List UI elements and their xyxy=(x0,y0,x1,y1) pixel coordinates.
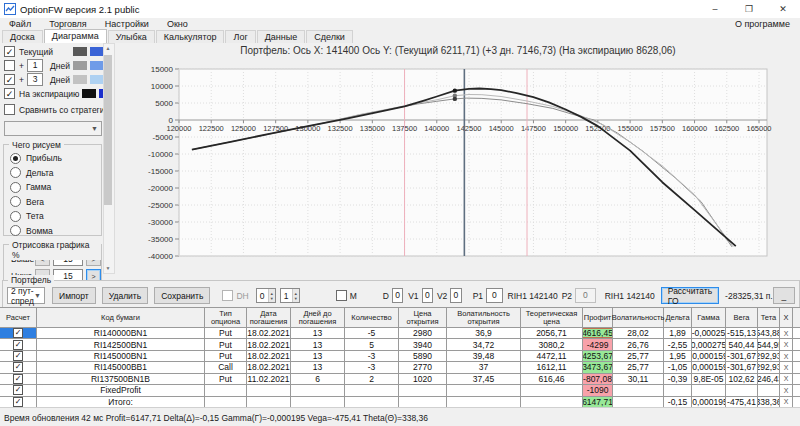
row-delete-button[interactable]: X xyxy=(784,364,789,371)
cell-2[interactable]: 18.02.2021 xyxy=(247,351,291,361)
days-input[interactable]: 1 xyxy=(27,59,43,72)
cell-6[interactable]: 36,9 xyxy=(447,328,521,338)
row-delete-cell[interactable]: X xyxy=(780,385,793,395)
column-header-15[interactable]: X xyxy=(780,308,793,327)
cell-4[interactable]: -5 xyxy=(345,328,399,338)
radio-icon[interactable] xyxy=(10,211,21,222)
column-header-10[interactable]: Волатильность xyxy=(613,308,664,327)
cell-12[interactable]: -515,13 xyxy=(726,328,758,338)
color-swatch[interactable] xyxy=(90,47,104,56)
dh-checkbox[interactable] xyxy=(222,290,233,301)
cell-5[interactable]: 1020 xyxy=(399,374,447,384)
column-header-14[interactable]: Тета xyxy=(758,308,780,327)
row-checkbox[interactable]: ✓ xyxy=(13,328,23,338)
cell-0[interactable]: RI142500BN1 xyxy=(37,339,205,349)
row-calc-cell[interactable]: ✓ xyxy=(0,328,37,338)
cell-12[interactable] xyxy=(726,385,758,395)
table-row[interactable]: ✓RI145000BN1Put18.02.202113-3589039,4844… xyxy=(0,351,800,362)
menu-item-1[interactable]: Торговля xyxy=(40,19,96,29)
cell-11[interactable]: 9,8E-05 xyxy=(692,374,726,384)
strategy-combo[interactable]: ▼ xyxy=(4,121,102,136)
menu-item-3[interactable]: Окно xyxy=(158,19,197,29)
color-swatch[interactable] xyxy=(73,47,87,56)
series-checkbox[interactable]: ✓ xyxy=(4,74,15,85)
column-header-2[interactable]: Тип опциона xyxy=(205,308,247,327)
cell-2[interactable]: 18.02.2021 xyxy=(247,328,291,338)
cell-1[interactable]: Put xyxy=(205,374,247,384)
row-calc-cell[interactable]: ✓ xyxy=(0,397,37,407)
table-row[interactable]: ✓RI140000BN1Put18.02.202113-5298036,9205… xyxy=(0,328,800,339)
table-row[interactable]: ✓RI145000BB1Call18.02.202113-32770371612… xyxy=(0,362,800,373)
cell-9[interactable]: 25,77 xyxy=(613,351,664,361)
v2-input[interactable]: 0 xyxy=(450,288,461,303)
cell-9[interactable]: 30,11 xyxy=(613,374,664,384)
v1-input[interactable]: 0 xyxy=(422,288,433,303)
row-checkbox[interactable]: ✓ xyxy=(13,397,23,407)
cell-8[interactable]: 4616,45 xyxy=(583,328,613,338)
series-checkbox[interactable]: ✓ xyxy=(4,46,15,57)
cell-6[interactable] xyxy=(447,397,521,407)
row-delete-cell[interactable]: X xyxy=(780,374,793,384)
cell-10[interactable]: -0,39 xyxy=(664,374,692,384)
cell-4[interactable]: 5 xyxy=(345,339,399,349)
cell-9[interactable]: 28,02 xyxy=(613,328,664,338)
cell-3[interactable]: 6 xyxy=(291,374,345,384)
maximize-button[interactable]: ❐ xyxy=(732,0,766,18)
cell-0[interactable]: RI145000BB1 xyxy=(37,362,205,372)
delete-button[interactable]: Удалить xyxy=(102,287,148,304)
table-row[interactable]: ✓RI142500BN1Put18.02.2021135394034,72308… xyxy=(0,339,800,350)
cell-2[interactable]: 18.02.2021 xyxy=(247,362,291,372)
cell-3[interactable]: 13 xyxy=(291,362,345,372)
column-header-7[interactable]: Волатильность открытия xyxy=(447,308,521,327)
compare-checkbox[interactable] xyxy=(4,104,15,115)
tab-2[interactable]: Улыбка xyxy=(108,30,155,43)
tab-1[interactable]: Диаграмма xyxy=(44,29,107,43)
cell-11[interactable]: -0,000195 xyxy=(692,397,726,407)
cell-1[interactable]: Put xyxy=(205,339,247,349)
cell-6[interactable]: 37 xyxy=(447,362,521,372)
tab-4[interactable]: Лог xyxy=(225,30,255,43)
row-delete-button[interactable]: X xyxy=(784,341,789,348)
cell-12[interactable]: 540,44 xyxy=(726,339,758,349)
cell-4[interactable]: -3 xyxy=(345,362,399,372)
cell-2[interactable] xyxy=(247,385,291,395)
cell-10[interactable]: -0,15 xyxy=(664,397,692,407)
column-header-5[interactable]: Количество xyxy=(345,308,399,327)
row-checkbox[interactable]: ✓ xyxy=(13,351,23,361)
row-checkbox[interactable]: ✓ xyxy=(13,385,23,395)
color-swatch[interactable] xyxy=(90,75,104,84)
cell-6[interactable]: 39,48 xyxy=(447,351,521,361)
calc-go-button[interactable]: Рассчитать ГО xyxy=(661,287,719,304)
cell-0[interactable]: RI140000BN1 xyxy=(37,328,205,338)
cell-11[interactable]: -0,000159 xyxy=(692,351,726,361)
cell-5[interactable] xyxy=(399,385,447,395)
cell-3[interactable] xyxy=(291,385,345,395)
row-delete-cell[interactable]: X xyxy=(780,328,793,338)
cell-13[interactable]: -544,95 xyxy=(758,339,780,349)
cell-4[interactable]: 2 xyxy=(345,374,399,384)
collapse-panel-button[interactable]: _ xyxy=(773,287,795,304)
cell-0[interactable]: Итого: xyxy=(37,397,205,407)
cell-1[interactable]: Call xyxy=(205,362,247,372)
row-delete-button[interactable]: X xyxy=(784,387,789,394)
series-checkbox[interactable] xyxy=(4,60,15,71)
cell-5[interactable]: 2980 xyxy=(399,328,447,338)
row-delete-cell[interactable]: X xyxy=(780,362,793,372)
cell-9[interactable]: 25,77 xyxy=(613,362,664,372)
cell-13[interactable]: 292,93 xyxy=(758,351,780,361)
days-input[interactable]: 3 xyxy=(27,73,43,86)
column-header-8[interactable]: Теоретическая цена xyxy=(521,308,583,327)
cell-10[interactable]: 1,89 xyxy=(664,328,692,338)
portfolio-combo[interactable]: 2 пут-спред ▼ xyxy=(7,287,45,304)
tab-3[interactable]: Калькулятор xyxy=(156,30,225,43)
cell-7[interactable]: 1612,11 xyxy=(521,362,583,372)
cell-8[interactable]: -4299 xyxy=(583,339,613,349)
cell-0[interactable]: RI145000BN1 xyxy=(37,351,205,361)
cell-0[interactable]: RI137500BN1B xyxy=(37,374,205,384)
row-calc-cell[interactable]: ✓ xyxy=(0,362,37,372)
column-header-13[interactable]: Вега xyxy=(726,308,758,327)
cell-10[interactable]: 1,95 xyxy=(664,351,692,361)
cell-11[interactable] xyxy=(692,385,726,395)
cell-11[interactable]: -0,00025 xyxy=(692,328,726,338)
cell-8[interactable]: -807,08 xyxy=(583,374,613,384)
